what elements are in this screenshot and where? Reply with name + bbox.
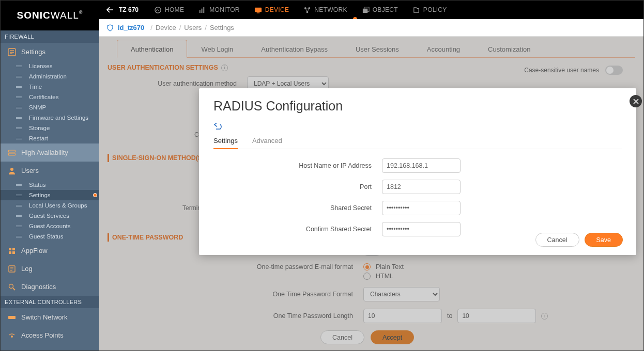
nav-monitor[interactable]: MONITOR [198,6,240,14]
close-icon [633,99,639,104]
top-nav: TZ 670 HOME MONITOR DEVICE NETWORK OBJEC… [99,1,643,19]
sidebar-sub-storage[interactable]: Storage [1,123,99,133]
network-icon [303,6,311,14]
object-icon [362,6,370,14]
sidebar-sub-snmp[interactable]: SNMP [1,102,99,113]
input-port[interactable] [382,180,461,194]
monitor-icon [198,6,206,14]
sidebar-item-settings[interactable]: Settings [1,43,99,61]
switch-icon [8,313,16,322]
sidebar-item-users[interactable]: Users [1,162,99,180]
nav-network[interactable]: NETWORK [303,6,347,14]
users-icon [8,167,16,175]
svg-rect-7 [9,248,11,250]
diagnostics-icon [8,283,16,291]
modal-radius-config: RADIUS Configuration Settings Advanced H… [199,88,636,255]
brand-logo: SONICWALL® [1,1,99,30]
sidebar-sub-administration[interactable]: Administration [1,71,99,82]
svg-point-18 [11,336,13,338]
svg-line-16 [13,288,15,290]
sidebar-sub-status[interactable]: Status [1,180,99,190]
breadcrumb-settings: Settings [210,24,234,31]
svg-rect-3 [10,53,12,54]
appflow-icon [8,247,16,255]
nav-device[interactable]: DEVICE [254,6,289,14]
nav-policy[interactable]: POLICY [412,6,447,14]
label-host: Host Name or IP Address [213,162,382,169]
svg-rect-23 [255,7,262,11]
breadcrumb: ld_tz670 /Device /Users /Settings [99,19,643,37]
modal-title: RADIUS Configuration [213,99,622,114]
settings-icon [8,48,16,56]
device-model: TZ 670 [119,6,139,13]
sidebar-sub-licenses[interactable]: Licenses [1,61,99,71]
svg-rect-2 [10,52,14,52]
sidebar-sub-restart[interactable]: Restart [1,133,99,143]
collapse-icon[interactable] [106,6,114,13]
active-dot-icon [93,193,97,197]
breadcrumb-device[interactable]: Device [156,24,176,31]
svg-rect-8 [12,248,15,250]
modal-tab-settings[interactable]: Settings [213,137,238,149]
device-icon [254,6,262,14]
sidebar-item-appflow[interactable]: AppFlow [1,242,99,260]
input-shared-secret[interactable] [382,201,461,215]
svg-point-15 [9,284,13,288]
nav-object[interactable]: OBJECT [362,6,398,14]
svg-rect-28 [363,8,367,12]
sidebar-sub-certificates[interactable]: Certificates [1,92,99,102]
sidebar-sub-guest-status[interactable]: Guest Status [1,231,99,242]
sidebar-section-firewall: FIREWALL [1,30,99,43]
input-host[interactable] [382,158,461,173]
svg-rect-20 [200,10,201,13]
sidebar-sub-guest-services[interactable]: Guest Services [1,211,99,221]
modal-back-button[interactable] [213,123,222,131]
modal-save-button[interactable]: Save [585,233,623,247]
sidebar-item-diagnostics[interactable]: Diagnostics [1,278,99,296]
svg-rect-9 [9,251,11,254]
label-confirm-secret: Confirm Shared Secret [213,226,382,233]
shield-icon [106,24,114,31]
log-icon [8,265,16,273]
ap-icon [8,331,16,340]
sidebar-settings-label: Settings [21,48,45,56]
sidebar-sub-firmware[interactable]: Firmware and Settings [1,113,99,123]
sidebar-item-switch[interactable]: Switch Network [1,308,99,326]
sidebar: SONICWALL® FIREWALL Settings Licenses Ad… [1,1,99,351]
label-port: Port [213,183,382,190]
home-icon [154,6,162,14]
sidebar-item-high-availability[interactable]: High Availability [1,143,99,162]
sidebar-sub-time[interactable]: Time [1,82,99,92]
modal-tabs: Settings Advanced [213,137,622,149]
breadcrumb-users[interactable]: Users [184,24,202,31]
breadcrumb-root[interactable]: ld_tz670 [118,24,144,31]
nav-home[interactable]: HOME [154,6,184,14]
svg-rect-10 [12,251,15,254]
svg-rect-21 [202,8,203,12]
ha-icon [8,149,16,157]
svg-rect-24 [256,12,259,13]
sidebar-sub-user-settings[interactable]: Settings [1,190,99,200]
input-confirm-secret[interactable] [382,222,461,236]
modal-close-button[interactable] [630,95,642,107]
sidebar-item-access-points[interactable]: Access Points [1,326,99,344]
dash-icon [16,66,22,67]
sidebar-section-external: EXTERNAL CONTROLLERS [1,296,99,308]
modal-cancel-button[interactable]: Cancel [535,233,579,247]
svg-rect-17 [8,316,16,319]
svg-rect-5 [9,153,16,155]
svg-rect-4 [9,150,16,152]
sidebar-sub-local-users[interactable]: Local Users & Groups [1,200,99,211]
sidebar-sub-guest-accounts[interactable]: Guest Accounts [1,221,99,231]
sidebar-item-log[interactable]: Log [1,260,99,278]
svg-rect-22 [204,7,205,12]
policy-icon [412,6,420,14]
back-arrow-icon [213,123,222,131]
svg-rect-1 [10,50,14,51]
label-shared-secret: Shared Secret [213,204,382,212]
svg-point-6 [10,168,13,171]
modal-tab-advanced[interactable]: Advanced [252,137,282,149]
